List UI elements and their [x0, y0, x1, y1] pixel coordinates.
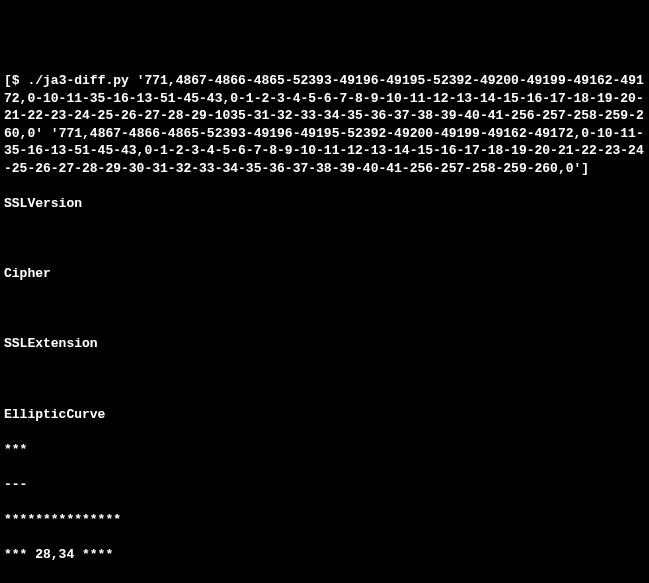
- prompt-close-bracket: ]: [581, 161, 589, 176]
- terminal-prompt-line[interactable]: [$ ./ja3-diff.py '771,4867-4866-4865-523…: [4, 72, 645, 177]
- command-arg-2: '771,4867-4866-4865-52393-49196-49195-52…: [4, 126, 644, 176]
- output-sslextension: SSLExtension: [4, 335, 645, 353]
- output-blank: [4, 300, 645, 318]
- output-blank: [4, 230, 645, 248]
- output-diff-dashes: ---: [4, 476, 645, 494]
- output-diff-from-hunk: *** 28,34 ****: [4, 546, 645, 564]
- command-name: ./ja3-diff.py: [27, 73, 128, 88]
- output-cipher: Cipher: [4, 265, 645, 283]
- output-ellipticcurve: EllipticCurve: [4, 406, 645, 424]
- output-diff-stars: ***: [4, 441, 645, 459]
- output-blank: [4, 370, 645, 388]
- output-diff-header-sep: ***************: [4, 511, 645, 529]
- output-sslversion: SSLVersion: [4, 195, 645, 213]
- prompt-symbol: $: [12, 73, 28, 88]
- prompt-open-bracket: [: [4, 73, 12, 88]
